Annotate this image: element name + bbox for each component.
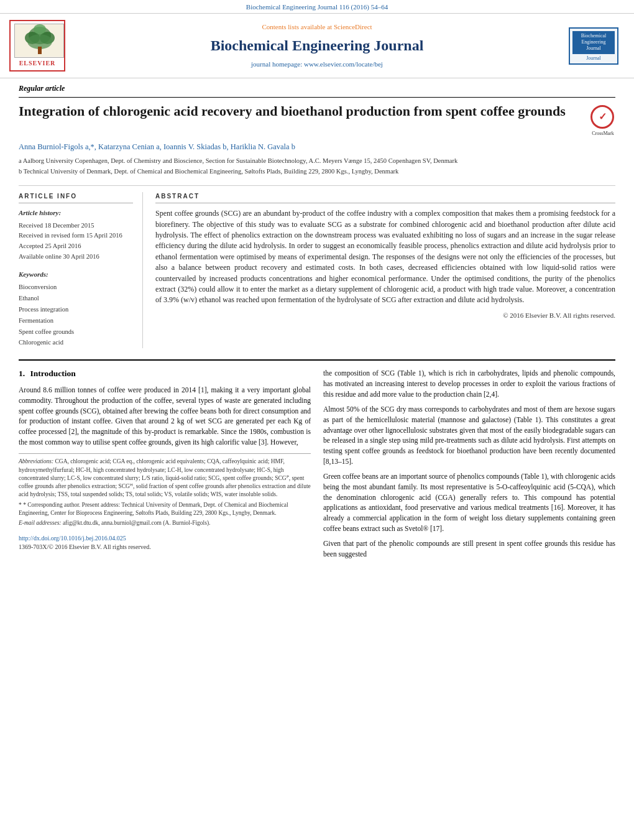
email-text: afig@kt.dtu.dk, anna.burniol@gmail.com (… [63, 520, 211, 526]
keywords-label: Keywords: [19, 270, 133, 279]
journal-ref-text: Biochemical Engineering Journal 116 (201… [246, 3, 388, 11]
accepted-date: Accepted 25 April 2016 [19, 241, 133, 252]
keywords-section: Keywords: BioconversionEthanolProcess in… [19, 270, 133, 348]
journal-homepage: journal homepage: www.elsevier.com/locat… [71, 60, 563, 69]
right-paragraph3: Green coffee beans are an important sour… [323, 471, 615, 533]
journal-reference: Biochemical Engineering Journal 116 (201… [0, 0, 634, 13]
article-info-header: ARTICLE INFO [19, 192, 133, 203]
bej-logo: Biochemical Engineering Journal Journal [569, 27, 625, 65]
crossmark-icon: ✓ [590, 105, 614, 129]
bej-line1: Biochemical [574, 33, 613, 39]
authors-text: Anna Burniol-Figols a,*, Katarzyna Cenia… [19, 142, 295, 151]
introduction-heading: 1. Introduction [19, 368, 311, 380]
elsevier-text: ELSEVIER [14, 59, 60, 68]
abbrev-label: Abbreviations: [19, 458, 53, 464]
revised-date: Received in revised form 15 April 2016 [19, 231, 133, 241]
homepage-label: journal homepage: [251, 60, 302, 68]
journal-header-center: Contents lists available at ScienceDirec… [71, 22, 563, 69]
article-info-abstract: ARTICLE INFO Article history: Received 1… [19, 185, 615, 348]
article-info-column: ARTICLE INFO Article history: Received 1… [19, 192, 143, 348]
copyright-text: © 2016 Elsevier B.V. All rights reserved… [155, 311, 615, 320]
keyword-item: Process integration [19, 304, 133, 315]
article-dates: Received 18 December 2015 Received in re… [19, 221, 133, 262]
keyword-item: Bioconversion [19, 282, 133, 293]
body-right-column: the composition of SCG (Table 1), which … [323, 368, 615, 564]
right-paragraph2: Almost 50% of the SCG dry mass correspon… [323, 404, 615, 466]
sciencedirect-prefix: Contents lists available at [262, 23, 332, 30]
article-title-row: Integration of chlorogenic acid recovery… [19, 103, 615, 137]
homepage-url[interactable]: www.elsevier.com/locate/bej [304, 60, 383, 68]
keyword-item: Fermentation [19, 315, 133, 326]
elsevier-tree-icon [15, 24, 64, 57]
bej-logo-subtitle: Journal [572, 55, 615, 62]
crossmark-label: CrossMark [590, 130, 615, 137]
abbrev-text: CGA, chlorogenic acid; CGA eq., chloroge… [19, 458, 311, 497]
abstract-text: Spent coffee grounds (SCG) are an abunda… [155, 208, 615, 306]
intro-number: 1. [19, 369, 25, 378]
corresponding-label: * Corresponding author. [23, 502, 80, 508]
abstract-column: ABSTRACT Spent coffee grounds (SCG) are … [155, 192, 615, 348]
elsevier-logo: ELSEVIER [9, 20, 65, 72]
affiliation-b: b Technical University of Denmark, Dept.… [19, 167, 615, 177]
footnotes-section: Abbreviations: CGA, chlorogenic acid; CG… [19, 453, 311, 527]
corresponding-footnote: * * Corresponding author. Present addres… [19, 501, 311, 518]
available-date: Available online 30 April 2016 [19, 252, 133, 262]
intro-paragraph1: Around 8.6 million tonnes of coffee were… [19, 385, 311, 447]
article-title: Integration of chlorogenic acid recovery… [19, 103, 584, 120]
authors-line: Anna Burniol-Figols a,*, Katarzyna Cenia… [19, 142, 615, 153]
abbreviations-footnote: Abbreviations: CGA, chlorogenic acid; CG… [19, 458, 311, 499]
email-footnote: E-mail addresses: afig@kt.dtu.dk, anna.b… [19, 519, 311, 527]
keyword-item: Chlorogenic acid [19, 337, 133, 348]
right-paragraph1: the composition of SCG (Table 1), which … [323, 368, 615, 399]
doi-link[interactable]: http://dx.doi.org/10.1016/j.bej.2016.04.… [19, 534, 311, 543]
keywords-list: BioconversionEthanolProcess integrationF… [19, 282, 133, 348]
crossmark-logo: ✓ CrossMark [590, 105, 615, 137]
journal-header: ELSEVIER Contents lists available at Sci… [0, 13, 634, 78]
sciencedirect-name: ScienceDirect [334, 23, 372, 30]
article-type: Regular article [19, 78, 615, 98]
svg-rect-5 [38, 47, 42, 54]
affiliations: a Aalborg University Copenhagen, Dept. o… [19, 157, 615, 176]
article-history-label: Article history: [19, 208, 133, 218]
abstract-header: ABSTRACT [155, 192, 615, 203]
intro-title: Introduction [30, 369, 76, 378]
body-columns: 1. Introduction Around 8.6 million tonne… [19, 368, 615, 564]
body-section: 1. Introduction Around 8.6 million tonne… [19, 359, 615, 564]
main-content: Regular article Integration of chlorogen… [0, 78, 634, 564]
affiliation-a: a Aalborg University Copenhagen, Dept. o… [19, 157, 615, 166]
bej-line3: Journal [574, 45, 613, 52]
right-paragraph4: Given that part of the phenolic compound… [323, 538, 615, 559]
body-left-column: 1. Introduction Around 8.6 million tonne… [19, 368, 311, 564]
issn-text: 1369-703X/© 2016 Elsevier B.V. All right… [19, 543, 311, 552]
keyword-item: Ethanol [19, 293, 133, 304]
svg-point-6 [34, 24, 46, 34]
keyword-item: Spent coffee grounds [19, 326, 133, 338]
journal-title: Biochemical Engineering Journal [71, 35, 563, 57]
received-date: Received 18 December 2015 [19, 221, 133, 231]
email-label: E-mail addresses: [19, 520, 62, 526]
sciencedirect-link[interactable]: Contents lists available at ScienceDirec… [71, 22, 563, 32]
bej-line2: Engineering [574, 39, 613, 45]
